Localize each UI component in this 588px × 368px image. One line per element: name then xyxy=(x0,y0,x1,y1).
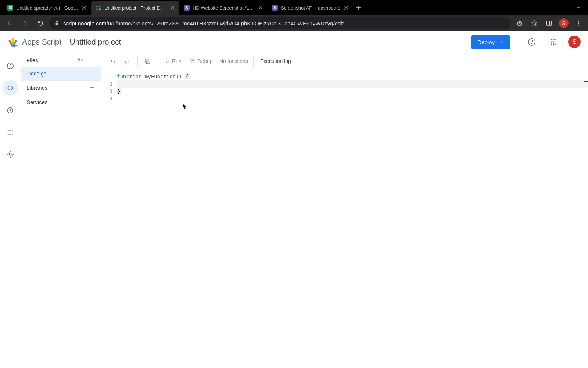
lock-icon xyxy=(54,21,60,26)
mouse-cursor xyxy=(182,103,187,110)
address-bar: script.google.com/u/0/home/projects/129I… xyxy=(0,15,588,31)
share-button[interactable] xyxy=(513,17,526,30)
navigation-rail xyxy=(0,53,21,368)
separator xyxy=(298,57,298,66)
browser-tab-0[interactable]: Untitled spreadsheet - Google xyxy=(3,1,91,15)
separator xyxy=(137,57,138,66)
files-section-header: Files AZ xyxy=(21,53,101,67)
code-editor[interactable]: 1 2 3 4 function myFunction() { } xyxy=(101,69,588,368)
overview-nav[interactable] xyxy=(3,58,18,74)
code-content[interactable]: function myFunction() { } xyxy=(117,73,588,368)
tab-title: HD Website Screenshot API | S xyxy=(193,5,255,11)
triggers-nav[interactable] xyxy=(3,102,18,118)
svg-point-13 xyxy=(578,23,579,24)
s-icon: S xyxy=(184,5,190,11)
editor-toolbar: Run Debug No functions Execution log xyxy=(101,53,588,69)
svg-point-14 xyxy=(578,25,579,26)
svg-point-6 xyxy=(96,6,98,7)
bookmark-button[interactable] xyxy=(528,17,541,30)
run-label: Run xyxy=(172,58,182,64)
profile-button[interactable]: S xyxy=(557,17,570,30)
editor-nav[interactable] xyxy=(3,80,18,96)
run-button[interactable]: Run xyxy=(161,56,185,66)
files-label: Files xyxy=(26,57,38,63)
browser-tab-1[interactable]: Untitled project - Project Edito xyxy=(91,1,179,15)
url-field[interactable]: script.google.com/u/0/home/projects/129I… xyxy=(49,17,511,29)
apps-script-icon xyxy=(7,36,18,47)
svg-point-30 xyxy=(9,153,11,155)
url-text: script.google.com/u/0/home/projects/129I… xyxy=(63,20,344,26)
files-panel: Files AZ Code.gs Libraries Services xyxy=(21,53,101,368)
project-title[interactable]: Untitled project xyxy=(69,38,121,46)
libraries-label: Libraries xyxy=(26,85,48,91)
apps-script-icon xyxy=(96,5,101,11)
add-service-button[interactable] xyxy=(89,99,95,105)
close-icon[interactable] xyxy=(82,5,87,10)
deploy-label: Deploy xyxy=(477,39,495,45)
close-icon[interactable] xyxy=(344,5,349,10)
redo-button[interactable] xyxy=(121,56,135,67)
debug-label: Debug xyxy=(198,58,213,64)
browser-tab-strip: Untitled spreadsheet - Google Untitled p… xyxy=(0,0,588,15)
svg-point-12 xyxy=(578,21,579,22)
svg-point-7 xyxy=(99,8,101,10)
tab-title: Untitled spreadsheet - Google xyxy=(16,5,79,11)
separator xyxy=(158,57,158,66)
reload-button[interactable] xyxy=(34,17,47,30)
svg-point-23 xyxy=(551,43,552,45)
svg-rect-32 xyxy=(147,59,149,60)
svg-point-20 xyxy=(551,41,552,42)
close-icon[interactable] xyxy=(170,5,175,10)
libraries-section: Libraries xyxy=(21,80,101,95)
svg-point-22 xyxy=(555,41,556,42)
browser-menu-button[interactable] xyxy=(572,17,585,30)
close-icon[interactable] xyxy=(258,5,263,10)
execution-log-button[interactable]: Execution log xyxy=(257,56,295,66)
deploy-button[interactable]: Deploy xyxy=(471,35,510,49)
browser-tab-3[interactable]: S Screenshot API - dashboard xyxy=(268,1,353,15)
divider xyxy=(517,37,517,47)
file-item-code[interactable]: Code.gs xyxy=(21,67,101,80)
svg-point-4 xyxy=(96,8,98,10)
app-header: Apps Script Untitled project Deploy S xyxy=(0,31,588,53)
executions-nav[interactable] xyxy=(3,124,18,140)
svg-rect-8 xyxy=(56,23,58,25)
help-button[interactable] xyxy=(524,34,539,50)
account-avatar[interactable]: S xyxy=(568,36,581,48)
add-library-button[interactable] xyxy=(89,84,95,91)
back-button[interactable] xyxy=(3,17,16,30)
svg-point-21 xyxy=(553,41,554,42)
svg-point-17 xyxy=(551,39,552,40)
services-section: Services xyxy=(21,95,101,109)
tab-list-button[interactable] xyxy=(571,5,585,10)
svg-rect-10 xyxy=(546,21,552,25)
svg-rect-33 xyxy=(146,61,149,63)
apps-menu-button[interactable] xyxy=(546,34,562,50)
svg-rect-28 xyxy=(10,64,11,65)
tab-title: Untitled project - Project Edito xyxy=(104,5,167,11)
svg-point-25 xyxy=(555,43,556,45)
new-tab-button[interactable] xyxy=(353,3,363,13)
save-button[interactable] xyxy=(141,56,155,67)
svg-point-27 xyxy=(10,66,11,67)
line-gutter: 1 2 3 4 xyxy=(101,73,117,368)
side-panel-button[interactable] xyxy=(542,17,556,30)
apps-script-logo[interactable]: Apps Script xyxy=(7,36,61,47)
app-name: Apps Script xyxy=(22,38,61,46)
browser-tab-2[interactable]: S HD Website Screenshot API | S xyxy=(179,1,268,15)
sort-files-button[interactable]: AZ xyxy=(77,57,83,63)
settings-nav[interactable] xyxy=(3,146,18,162)
services-label: Services xyxy=(26,99,48,105)
minimap-mark xyxy=(584,81,588,82)
debug-button[interactable]: Debug xyxy=(186,56,216,66)
s-icon: S xyxy=(272,5,278,11)
text-cursor xyxy=(122,74,122,79)
svg-point-18 xyxy=(553,39,554,40)
undo-button[interactable] xyxy=(106,56,120,67)
svg-point-16 xyxy=(531,43,532,44)
add-file-button[interactable] xyxy=(89,57,95,63)
function-select[interactable]: No functions xyxy=(217,58,250,64)
forward-button[interactable] xyxy=(18,17,32,30)
sheets-icon xyxy=(7,5,13,11)
separator xyxy=(253,57,254,66)
